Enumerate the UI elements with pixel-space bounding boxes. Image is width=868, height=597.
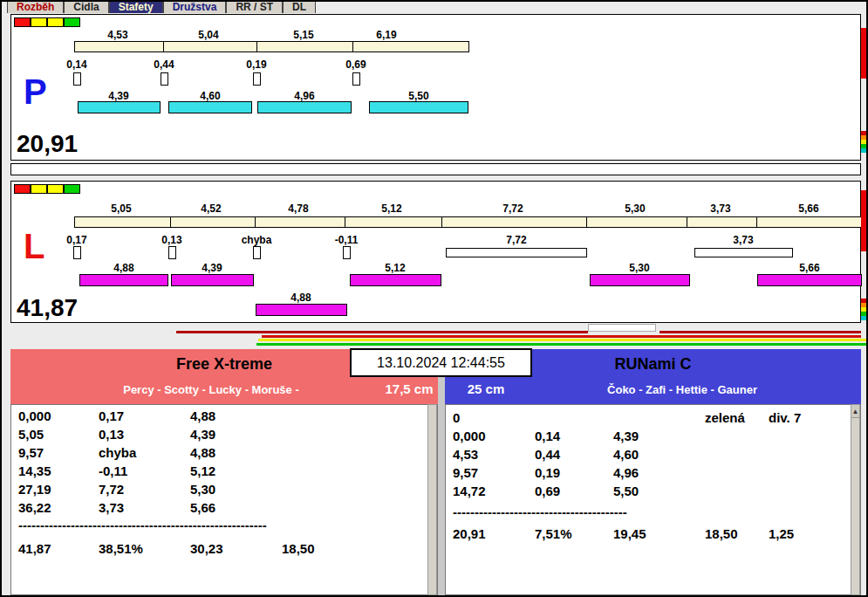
split-time-label: 4,53 [83,29,153,41]
split-time-label: 5,05 [86,202,156,215]
tab-stafety[interactable]: Štafety [109,2,163,13]
dog-time-bar [350,274,441,286]
change-time-label: 7,72 [490,234,543,246]
tab-rr-st[interactable]: RR / ST [226,2,283,13]
right-table-scrollbar[interactable]: ▲ [851,404,860,595]
start-lights [14,17,80,27]
change-time-label: 0,69 [330,58,382,71]
table-cell: 14,72 [453,484,486,498]
table-cell: 0,000 [18,408,51,423]
change-time-label: -0,11 [320,234,372,246]
dog-time-bar [590,274,690,286]
error-label: chyba [230,234,283,246]
split-bar [74,216,862,228]
tab-cidla[interactable]: Čidla [64,2,108,13]
tab-dl[interactable]: DL [283,2,316,13]
change-marker [73,72,81,86]
table-cell: 0 [453,410,460,425]
table-cell: 5,12 [190,463,215,478]
split-tick [255,217,256,227]
table-cell: div. 7 [769,410,801,425]
split-tick [163,42,164,51]
table-total: 18,50 [282,541,315,556]
change-marker [352,72,360,86]
split-time-label: 5,30 [600,202,670,215]
start-light-yellow-icon [31,184,47,194]
rerun-time-bar [256,304,347,316]
edge-colorbar-segment [861,148,868,153]
dog-time-bar [78,101,161,113]
track-line-red [176,331,588,333]
start-light-yellow2-icon [47,17,64,27]
left-table-scrollbar[interactable] [427,404,437,595]
table-cell: 7,72 [99,482,124,497]
split-tick [687,217,687,227]
start-light-yellow-icon [31,17,47,27]
table-cell: 4,88 [190,408,215,423]
split-tick [756,217,757,227]
split-time-label: 4,52 [176,202,246,215]
track-line-yellow [258,339,868,341]
split-time-label: 6,19 [352,29,421,41]
split-tick [441,217,442,227]
table-total: 38,51% [99,541,143,556]
change-time-label: 0,14 [51,58,103,71]
change-marker [161,72,168,86]
dog-time-bar [171,274,254,286]
table-cell: 36,22 [18,500,51,515]
tab-druzstva[interactable]: Družstva [163,2,227,13]
split-tick [345,217,345,227]
start-lights [14,184,80,194]
dog-time-label: 4,60 [175,90,245,102]
team-right-height: 25 cm [455,381,516,396]
change-time-label: 3,73 [717,234,769,246]
table-cell: 9,57 [18,445,44,460]
lane-p-panel: 4,53 5,04 5,15 6,19 0,14 0,44 0,19 0,69 … [10,14,861,161]
dog-time-label: 4,39 [177,262,247,274]
table-total: 18,50 [705,526,738,541]
table-cell: 5,66 [190,500,215,515]
table-separator: ---------------------------------------- [453,504,627,519]
split-tick [586,217,587,227]
table-cell: chyba [99,445,136,460]
table-cell: 5,50 [613,484,639,498]
dog-time-bar [757,274,862,286]
change-time-label: 0,44 [138,58,190,71]
split-time-label: 5,04 [174,29,243,41]
table-separator: ----------------------------------------… [18,518,267,532]
dog-time-bar [257,101,352,113]
split-time-label: 5,66 [774,202,844,215]
start-light-green-icon [64,184,80,194]
track-marker [588,324,656,332]
dog-time-label: 4,88 [89,262,159,274]
change-time-label: 0,17 [51,234,103,246]
tab-rozbeh[interactable]: Rozběh [7,2,64,13]
split-time-label: 5,12 [357,202,427,215]
start-light-red-icon [14,17,31,27]
table-cell: 0,000 [453,429,486,443]
team-left-dogs: Percy - Scotty - Lucky - Moruše - [37,383,386,396]
table-total: 7,51% [535,526,572,541]
change-marker [168,246,176,259]
split-time-label: 7,72 [478,202,548,215]
dog-time-label: 5,66 [775,262,844,274]
table-cell: 5,30 [190,482,215,497]
lane-letter: P [24,74,47,109]
change-marker [73,246,81,259]
change-bar [446,248,587,257]
start-light-red-icon [14,184,31,194]
table-cell: 3,73 [99,500,124,515]
table-total: 30,23 [190,541,223,556]
table-cell: 0,13 [99,427,124,442]
change-marker [253,72,261,86]
dog-time-bar [168,101,252,113]
split-time-label: 3,73 [686,202,755,215]
scroll-up-icon[interactable]: ▲ [851,405,859,418]
table-total: 19,45 [613,526,646,541]
table-cell: 0,19 [535,465,560,480]
timestamp: 13.10.2024 12:44:55 [350,348,532,377]
change-time-label: 0,13 [146,234,198,246]
table-cell: 0,69 [535,484,560,498]
team-left-height: 17,5 cm [380,381,438,396]
table-cell: 4,39 [190,427,215,442]
